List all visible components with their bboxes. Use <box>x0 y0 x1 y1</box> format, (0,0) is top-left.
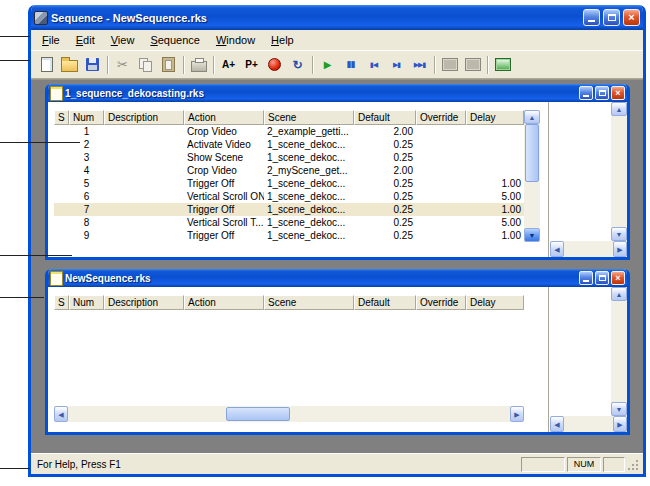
cell-scene: 1_scene_dekoc... <box>264 151 354 164</box>
col-header-description[interactable]: Description <box>104 295 184 310</box>
col-header-num[interactable]: Num <box>69 110 104 125</box>
table-hscrollbar[interactable]: ◀ ▶ <box>54 406 524 422</box>
col-header-default[interactable]: Default <box>354 110 416 125</box>
pause-button[interactable]: ▮▮ <box>339 53 362 76</box>
on-air-button[interactable] <box>438 53 461 76</box>
col-header-action[interactable]: Action <box>184 295 264 310</box>
child2-maximize-button[interactable] <box>595 271 609 285</box>
menu-window[interactable]: Window <box>208 32 263 49</box>
step-forward-button[interactable]: ▶▮ <box>385 53 408 76</box>
scroll-down-button[interactable]: ▼ <box>524 228 540 242</box>
pane-splitter[interactable] <box>548 102 549 257</box>
cell-scene: 2_myScene_get... <box>264 164 354 177</box>
menu-file[interactable]: File <box>34 32 68 49</box>
preview-vscrollbar[interactable]: ▲ ▼ <box>611 102 627 241</box>
maximize-button[interactable] <box>603 9 620 26</box>
table-vscrollbar[interactable]: ▲ ▼ <box>524 110 540 242</box>
cut-button[interactable]: ✂ <box>111 53 134 76</box>
cell-default: 0.25 <box>354 177 416 190</box>
add-page-button[interactable]: P+ <box>240 53 263 76</box>
deko-output-icon <box>495 58 511 71</box>
deko-output-button[interactable] <box>491 53 514 76</box>
col-header-num[interactable]: Num <box>69 295 104 310</box>
skip-start-button[interactable]: ▮◀ <box>362 53 385 76</box>
close-button[interactable]: × <box>623 9 640 26</box>
cell-default: 0.25 <box>354 190 416 203</box>
scroll-left-button[interactable]: ◀ <box>54 406 68 422</box>
main-titlebar[interactable]: Sequence - NewSequence.rks × <box>31 5 643 30</box>
col-header-override[interactable]: Override <box>416 110 466 125</box>
cell-action: Trigger Off <box>184 177 264 190</box>
scroll-up-button[interactable]: ▲ <box>611 287 627 301</box>
table-row[interactable]: 1 Crop Video 2_example_getti... 2.00 <box>54 125 524 138</box>
child2-close-button[interactable]: × <box>611 271 625 285</box>
resize-grip[interactable] <box>627 457 640 472</box>
cell-description <box>104 164 184 177</box>
print-button[interactable] <box>187 53 210 76</box>
minimize-icon <box>583 280 589 282</box>
col-header-delay[interactable]: Delay <box>466 295 524 310</box>
scroll-up-button[interactable]: ▲ <box>611 102 627 116</box>
child1-maximize-button[interactable] <box>595 86 609 100</box>
col-header-scene[interactable]: Scene <box>264 295 354 310</box>
table-row-selected[interactable]: 7 Trigger Off 1_scene_dekoc... 0.25 1.00 <box>54 203 524 216</box>
preview-vscrollbar[interactable]: ▲ ▼ <box>611 287 627 416</box>
scrollbar-thumb[interactable] <box>525 124 539 182</box>
col-header-s[interactable]: S <box>54 110 69 125</box>
pane-splitter[interactable] <box>548 287 549 432</box>
cell-num: 7 <box>69 203 104 216</box>
col-header-override[interactable]: Override <box>416 295 466 310</box>
menu-help[interactable]: Help <box>263 32 302 49</box>
table-row[interactable]: 5 Trigger Off 1_scene_dekoc... 0.25 1.00 <box>54 177 524 190</box>
scroll-up-button[interactable]: ▲ <box>524 110 540 124</box>
copy-button[interactable] <box>134 53 157 76</box>
preview-hscrollbar[interactable]: ◀ ▶ <box>550 241 627 257</box>
menu-sequence[interactable]: Sequence <box>142 32 208 49</box>
menu-view[interactable]: View <box>103 32 143 49</box>
paste-button[interactable] <box>157 53 180 76</box>
col-header-scene[interactable]: Scene <box>264 110 354 125</box>
child1-minimize-button[interactable] <box>579 86 593 100</box>
loop-button[interactable]: ↻ <box>286 53 309 76</box>
table-row[interactable]: 2 Activate Video 1_scene_dekoc... 0.25 <box>54 138 524 151</box>
toolbar-separator <box>183 56 184 74</box>
play-button[interactable]: ▶ <box>316 53 339 76</box>
menu-edit[interactable]: Edit <box>68 32 103 49</box>
timer-icon <box>268 58 281 71</box>
child1-close-button[interactable]: × <box>611 86 625 100</box>
scroll-right-button[interactable]: ▶ <box>510 406 524 422</box>
table-row[interactable]: 9 Trigger Off 1_scene_dekoc... 0.25 1.00 <box>54 229 524 242</box>
cell-s <box>54 125 69 138</box>
table-row[interactable]: 6 Vertical Scroll ON 1_scene_dekoc... 0.… <box>54 190 524 203</box>
child2-titlebar[interactable]: NewSequence.rks × <box>48 269 627 287</box>
scroll-left-button[interactable]: ◀ <box>550 416 564 432</box>
add-event-button[interactable]: A+ <box>217 53 240 76</box>
child2-minimize-button[interactable] <box>579 271 593 285</box>
col-header-action[interactable]: Action <box>184 110 264 125</box>
scroll-left-button[interactable]: ◀ <box>550 241 564 257</box>
clear-air-button[interactable] <box>461 53 484 76</box>
table-row[interactable]: 3 Show Scene 1_scene_dekoc... 0.25 <box>54 151 524 164</box>
scroll-right-button[interactable]: ▶ <box>613 241 627 257</box>
scroll-down-button[interactable]: ▼ <box>611 227 627 241</box>
save-button[interactable] <box>81 53 104 76</box>
col-header-s[interactable]: S <box>54 295 69 310</box>
col-header-description[interactable]: Description <box>104 110 184 125</box>
col-header-default[interactable]: Default <box>354 295 416 310</box>
skip-end-button[interactable]: ▶▶▮ <box>408 53 431 76</box>
scrollbar-thumb[interactable] <box>226 407 290 421</box>
scroll-right-button[interactable]: ▶ <box>613 416 627 432</box>
timer-button[interactable] <box>263 53 286 76</box>
minimize-button[interactable] <box>583 9 600 26</box>
new-button[interactable] <box>35 53 58 76</box>
preview-hscrollbar[interactable]: ◀ ▶ <box>550 416 627 432</box>
col-header-delay[interactable]: Delay <box>466 110 524 125</box>
table-row[interactable]: 4 Crop Video 2_myScene_get... 2.00 <box>54 164 524 177</box>
scroll-down-button[interactable]: ▼ <box>611 402 627 416</box>
child1-titlebar[interactable]: 1_sequence_dekocasting.rks × <box>48 84 627 102</box>
table-row[interactable]: 8 Vertical Scroll T... 1_scene_dekoc... … <box>54 216 524 229</box>
document-icon <box>50 86 63 101</box>
open-button[interactable] <box>58 53 81 76</box>
cell-delay: 1.00 <box>466 229 524 242</box>
cell-default: 0.25 <box>354 203 416 216</box>
